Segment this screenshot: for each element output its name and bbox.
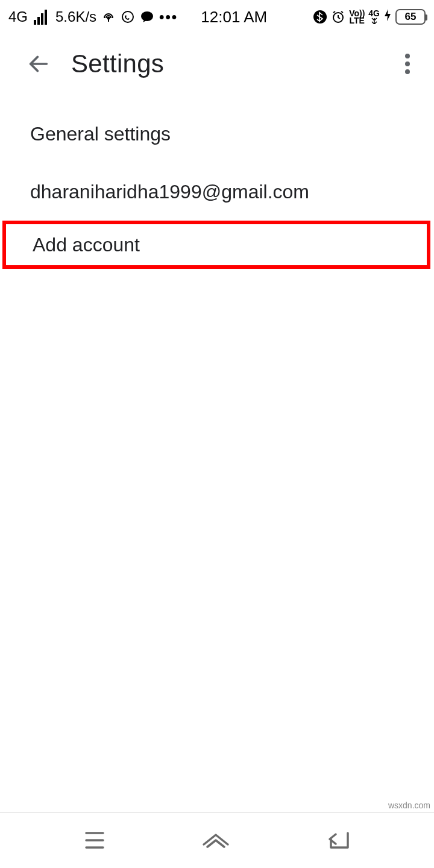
svg-point-3 <box>141 11 153 21</box>
status-clock: 12:01 AM <box>201 8 267 27</box>
list-item-general-settings[interactable]: General settings <box>0 105 434 163</box>
network-label: 4G <box>8 8 28 25</box>
battery-icon: 65 <box>395 9 426 25</box>
whatsapp-icon <box>121 10 135 24</box>
app-bar: Settings <box>0 34 434 94</box>
list-item-label: General settings <box>30 123 171 145</box>
net-speed: 5.6K/s <box>55 8 96 25</box>
navigation-bar <box>0 813 434 868</box>
overflow-menu-button[interactable] <box>393 49 422 78</box>
recent-apps-button[interactable] <box>83 830 107 851</box>
status-right: Vo)) LTE 4G 65 <box>313 8 426 26</box>
hotspot-icon <box>101 10 116 24</box>
volte-icon: Vo)) LTE <box>349 10 365 24</box>
chat-bubble-icon <box>140 10 154 24</box>
battery-percent: 65 <box>405 11 417 23</box>
status-bar: 4G 5.6K/s ••• 12:01 AM Vo)) LTE <box>0 0 434 34</box>
signal-bars-icon <box>34 10 47 25</box>
list-item-add-account[interactable]: Add account <box>2 221 430 269</box>
alarm-icon <box>331 10 345 24</box>
list-item-label: Add account <box>33 234 140 256</box>
watermark: wsxdn.com <box>388 800 430 810</box>
list-item-account[interactable]: dharaniharidha1999@gmail.com <box>0 163 434 221</box>
list-item-label: dharaniharidha1999@gmail.com <box>30 181 309 203</box>
charging-icon <box>383 8 392 26</box>
signal-4g-icon: 4G <box>368 10 380 25</box>
back-nav-button[interactable] <box>325 829 351 851</box>
status-left: 4G 5.6K/s ••• 12:01 AM <box>8 8 267 27</box>
bluetooth-icon <box>313 10 327 24</box>
svg-point-2 <box>122 11 133 22</box>
settings-list: General settings dharaniharidha1999@gmai… <box>0 94 434 269</box>
home-button[interactable] <box>200 830 231 851</box>
back-button[interactable] <box>24 49 53 78</box>
page-title: Settings <box>71 49 164 78</box>
more-dots-icon: ••• <box>159 8 178 25</box>
